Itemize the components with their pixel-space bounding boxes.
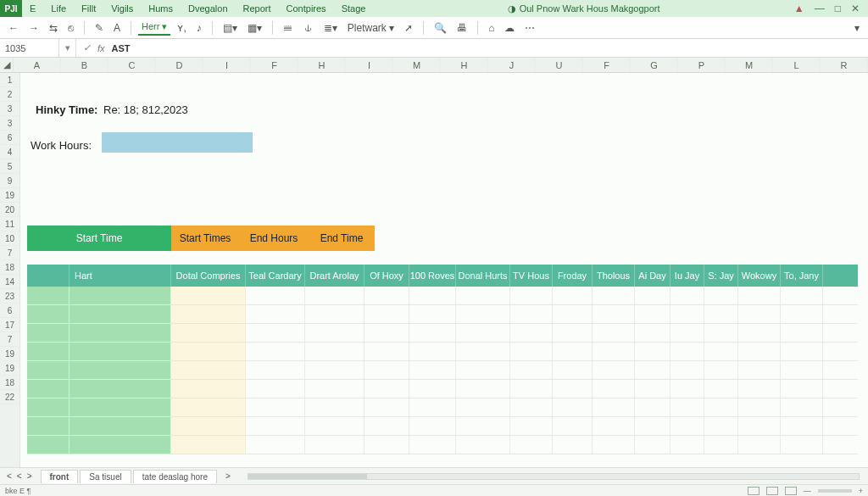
table-cell[interactable] bbox=[246, 343, 305, 360]
column-header[interactable]: F bbox=[583, 58, 631, 72]
more-icon[interactable]: ⋯ bbox=[521, 20, 538, 36]
close-button[interactable]: ✕ bbox=[851, 3, 860, 14]
table-cell[interactable] bbox=[593, 398, 635, 416]
table-cell[interactable] bbox=[635, 324, 670, 342]
table-cell[interactable] bbox=[670, 287, 704, 304]
table-cell[interactable] bbox=[553, 398, 593, 416]
table-cell[interactable] bbox=[171, 398, 246, 416]
table-cell[interactable] bbox=[593, 305, 635, 323]
table-cell[interactable] bbox=[305, 380, 364, 398]
table-cell[interactable] bbox=[510, 343, 553, 360]
column-header[interactable]: D bbox=[156, 58, 203, 72]
table-cell[interactable] bbox=[510, 436, 553, 454]
table-cell[interactable] bbox=[171, 287, 246, 304]
table-cell[interactable] bbox=[27, 380, 70, 398]
table-cell[interactable] bbox=[246, 324, 305, 342]
menu-item[interactable]: Stage bbox=[334, 3, 374, 14]
table-cell[interactable] bbox=[781, 436, 823, 454]
table-cell[interactable] bbox=[246, 380, 305, 398]
table-cell[interactable] bbox=[553, 343, 593, 360]
row-header[interactable]: 19 bbox=[0, 347, 19, 361]
table-cell[interactable] bbox=[364, 361, 409, 379]
send-icon[interactable]: ➚ bbox=[401, 20, 416, 36]
start-time-button[interactable]: Start Time bbox=[27, 226, 171, 251]
pietwark-dropdown[interactable]: Pletwark ▾ bbox=[344, 20, 398, 36]
table-cell[interactable] bbox=[510, 324, 553, 342]
row-header[interactable]: 6 bbox=[0, 131, 19, 145]
grid-icon[interactable]: ▦▾ bbox=[244, 20, 265, 36]
view-normal-icon[interactable] bbox=[748, 487, 760, 495]
font-icon[interactable]: A bbox=[110, 20, 124, 36]
table-cell[interactable] bbox=[305, 343, 364, 360]
menu-item[interactable]: Contpires bbox=[279, 3, 334, 14]
table-cell[interactable] bbox=[409, 305, 456, 323]
link-icon[interactable]: ⎋ bbox=[64, 20, 77, 36]
menu-item[interactable]: Dvegalon bbox=[181, 3, 235, 14]
table-cell[interactable] bbox=[593, 436, 635, 454]
table-cell[interactable] bbox=[670, 380, 704, 398]
table-cell[interactable] bbox=[738, 287, 781, 304]
column-header[interactable]: C bbox=[108, 58, 156, 72]
style-dropdown[interactable]: Herr ▾ bbox=[138, 20, 170, 36]
menu-item[interactable]: Vigils bbox=[103, 3, 141, 14]
table-cell[interactable] bbox=[171, 417, 246, 435]
row-header[interactable]: 18 bbox=[0, 376, 19, 390]
app-button[interactable]: PJl bbox=[0, 0, 22, 17]
table-cell[interactable] bbox=[364, 398, 409, 416]
tab-nav-next[interactable]: > bbox=[27, 471, 32, 481]
table-cell[interactable] bbox=[738, 305, 781, 323]
table-cell[interactable] bbox=[635, 436, 670, 454]
table-cell[interactable] bbox=[593, 324, 635, 342]
list-icon[interactable]: ≣▾ bbox=[320, 20, 341, 36]
table-cell[interactable] bbox=[27, 287, 70, 304]
chart-icon[interactable]: ▤▾ bbox=[220, 20, 241, 36]
table-cell[interactable] bbox=[670, 417, 704, 435]
table-cell[interactable] bbox=[553, 324, 593, 342]
horizontal-scrollbar[interactable] bbox=[248, 473, 860, 480]
table-cell[interactable] bbox=[635, 398, 670, 416]
table-cell[interactable] bbox=[409, 436, 456, 454]
zoom-slider[interactable] bbox=[818, 489, 852, 493]
sheet-tab[interactable]: Sa tisuel bbox=[80, 470, 131, 483]
table-cell[interactable] bbox=[456, 398, 510, 416]
paint-icon[interactable]: ♪ bbox=[193, 20, 205, 36]
table-cell[interactable] bbox=[409, 398, 456, 416]
table-cell[interactable] bbox=[670, 305, 704, 323]
table-cell[interactable] bbox=[553, 380, 593, 398]
table-cell[interactable] bbox=[70, 305, 171, 323]
table-cell[interactable] bbox=[171, 361, 246, 379]
maximize-button[interactable]: □ bbox=[835, 3, 841, 14]
table-cell[interactable] bbox=[456, 305, 510, 323]
table-cell[interactable] bbox=[305, 324, 364, 342]
search-icon[interactable]: 🔍 bbox=[431, 20, 450, 36]
column-header[interactable]: M bbox=[393, 58, 441, 72]
table-cell[interactable] bbox=[70, 417, 171, 435]
user-icon[interactable]: ▲ bbox=[794, 3, 804, 14]
align-icon[interactable]: ⩸ bbox=[280, 20, 297, 36]
column-header[interactable]: P bbox=[678, 58, 726, 72]
table-cell[interactable] bbox=[409, 343, 456, 360]
table-cell[interactable] bbox=[171, 305, 246, 323]
table-cell[interactable] bbox=[781, 398, 823, 416]
table-cell[interactable] bbox=[738, 436, 781, 454]
column-header[interactable]: U bbox=[536, 58, 583, 72]
column-header[interactable]: B bbox=[61, 58, 108, 72]
table-cell[interactable] bbox=[635, 380, 670, 398]
row-header[interactable]: 5 bbox=[0, 159, 19, 174]
table-cell[interactable] bbox=[704, 305, 738, 323]
table-cell[interactable] bbox=[70, 324, 171, 342]
table-cell[interactable] bbox=[510, 417, 553, 435]
table-cell[interactable] bbox=[364, 324, 409, 342]
spreadsheet-canvas[interactable]: Hinky Time: Re: 18; 812,2023 Work Hours:… bbox=[20, 73, 868, 467]
sort-icon[interactable]: ʏ, bbox=[174, 20, 189, 36]
table-cell[interactable] bbox=[27, 305, 70, 323]
sheet-tab[interactable]: front bbox=[41, 470, 79, 483]
row-header[interactable]: 17 bbox=[0, 318, 19, 332]
row-header[interactable]: 6 bbox=[0, 304, 19, 318]
table-cell[interactable] bbox=[409, 417, 456, 435]
row-header[interactable]: 4 bbox=[0, 145, 19, 159]
table-cell[interactable] bbox=[246, 436, 305, 454]
table-cell[interactable] bbox=[704, 324, 738, 342]
table-cell[interactable] bbox=[364, 343, 409, 360]
table-cell[interactable] bbox=[456, 380, 510, 398]
